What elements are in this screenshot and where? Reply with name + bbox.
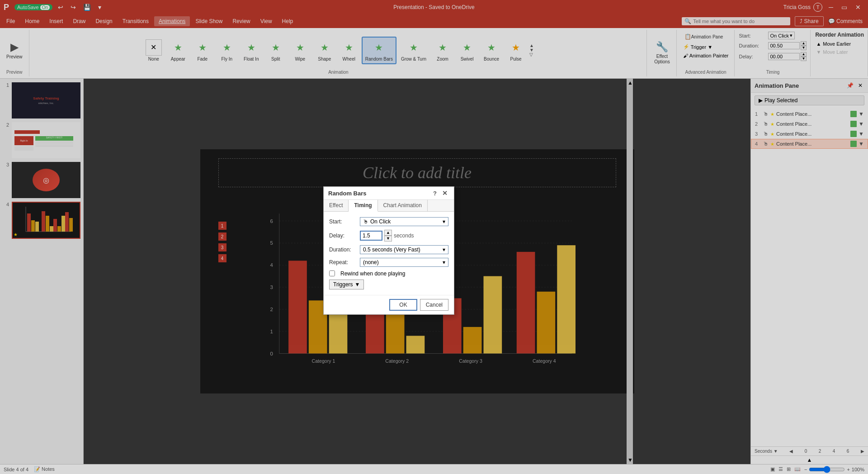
dialog-start-row: Start: 🖱 On Click ▾ — [329, 217, 448, 226]
dialog-body: Start: 🖱 On Click ▾ Delay: ▲ ▼ — [324, 212, 454, 295]
triggers-arrow: ▼ — [355, 281, 360, 288]
delay-spin-up[interactable]: ▲ — [384, 230, 392, 236]
dialog-start-label: Start: — [329, 218, 356, 225]
delay-spin-down[interactable]: ▼ — [384, 236, 392, 242]
dialog-repeat-label: Repeat: — [329, 259, 356, 265]
cancel-button[interactable]: Cancel — [420, 299, 448, 311]
dialog-duration-value: 0.5 seconds (Very Fast) — [363, 246, 420, 253]
dialog-delay-spinner: ▲ ▼ — [384, 230, 392, 242]
dialog-footer: OK Cancel — [324, 295, 454, 314]
dialog-delay-row: Delay: ▲ ▼ seconds — [329, 230, 448, 242]
ok-button[interactable]: OK — [389, 299, 417, 311]
dialog-repeat-value: (none) — [363, 259, 379, 265]
start-arrow: ▾ — [443, 218, 445, 225]
start-cursor-icon: 🖱 — [363, 218, 368, 225]
dialog-delay-input[interactable] — [360, 231, 382, 241]
dialog-delay-label: Delay: — [329, 232, 356, 239]
dialog-help-button[interactable]: ? — [433, 190, 437, 197]
rewind-checkbox[interactable] — [329, 270, 335, 276]
dialog-tab-effect[interactable]: Effect — [324, 200, 349, 211]
dialog-duration-dropdown[interactable]: 0.5 seconds (Very Fast) ▾ — [360, 245, 448, 254]
dialog-duration-row: Duration: 0.5 seconds (Very Fast) ▾ — [329, 245, 448, 254]
dialog-start-dropdown[interactable]: 🖱 On Click ▾ — [360, 217, 448, 226]
triggers-label: Triggers — [333, 281, 353, 288]
dialog-overlay: Random Bars ? ✕ Effect Timing Chart Anim… — [0, 0, 868, 474]
dialog-close-button[interactable]: ✕ — [440, 190, 449, 197]
delay-unit: seconds — [394, 232, 414, 239]
dialog-rewind-row: Rewind when done playing — [329, 270, 448, 277]
dialog-repeat-row: Repeat: (none) ▾ — [329, 258, 448, 267]
dialog-delay-input-area: ▲ ▼ seconds — [360, 230, 414, 242]
dialog-start-value: On Click — [370, 218, 391, 225]
rewind-label: Rewind when done playing — [340, 270, 405, 277]
dialog-tab-timing[interactable]: Timing — [349, 200, 377, 212]
dialog-repeat-dropdown[interactable]: (none) ▾ — [360, 258, 448, 267]
dialog-titlebar: Random Bars ? ✕ — [324, 187, 454, 200]
duration-arrow: ▾ — [443, 246, 445, 253]
dialog-tabs: Effect Timing Chart Animation — [324, 200, 454, 212]
triggers-button[interactable]: Triggers ▼ — [329, 280, 364, 289]
dialog-tab-chart[interactable]: Chart Animation — [378, 200, 428, 211]
dialog-title: Random Bars — [328, 190, 367, 197]
random-bars-dialog: Random Bars ? ✕ Effect Timing Chart Anim… — [323, 186, 454, 315]
repeat-arrow: ▾ — [443, 259, 445, 265]
dialog-duration-label: Duration: — [329, 246, 356, 253]
